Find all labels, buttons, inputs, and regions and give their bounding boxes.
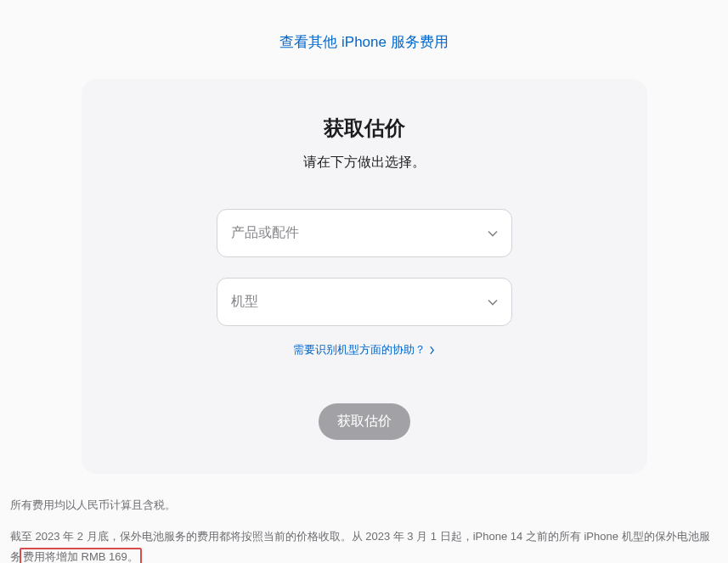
tax-disclaimer: 所有费用均以人民币计算且含税。 [8,495,720,516]
top-link-container: 查看其他 iPhone 服务费用 [8,0,720,79]
chevron-right-icon [429,346,435,355]
card-title: 获取估价 [116,115,613,142]
help-link-label: 需要识别机型方面的协助？ [293,342,426,358]
product-select-placeholder: 产品或配件 [231,224,299,242]
model-select[interactable]: 机型 [217,278,512,326]
card-subtitle: 请在下方做出选择。 [116,154,613,172]
price-increase-highlight: 费用将增加 RMB 169。 [20,548,142,563]
get-estimate-button[interactable]: 获取估价 [319,403,410,440]
product-select[interactable]: 产品或配件 [217,209,512,257]
identify-model-help-link[interactable]: 需要识别机型方面的协助？ [293,342,435,358]
price-change-notice: 截至 2023 年 2 月底，保外电池服务的费用都将按照当前的价格收取。从 20… [8,526,720,563]
model-select-placeholder: 机型 [231,293,258,311]
product-select-wrap: 产品或配件 [217,209,512,257]
model-select-wrap: 机型 [217,278,512,326]
help-link-container: 需要识别机型方面的协助？ [116,341,613,358]
other-service-fees-link[interactable]: 查看其他 iPhone 服务费用 [279,34,448,50]
estimate-card: 获取估价 请在下方做出选择。 产品或配件 机型 需要识别机型方面的协助？ [82,79,647,474]
